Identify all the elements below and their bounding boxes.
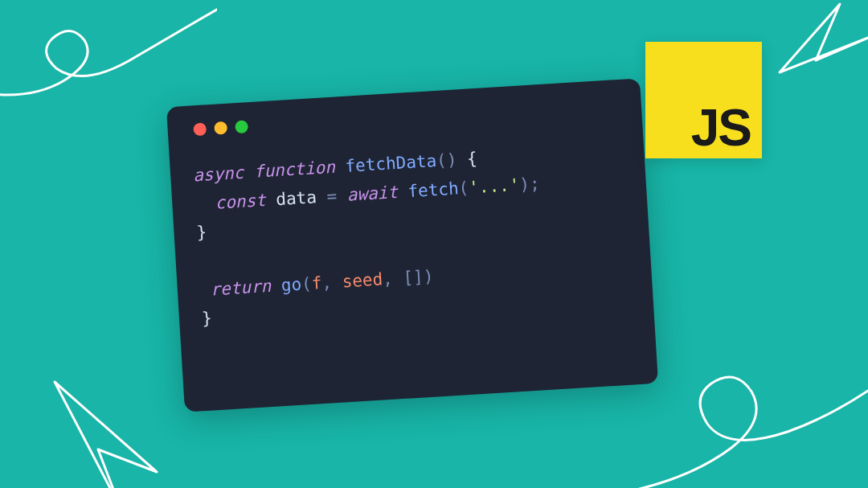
keyword-const: const	[215, 191, 267, 213]
squiggle-decoration-bottom-right	[627, 335, 868, 488]
variable-name: data	[276, 187, 317, 209]
paren-close: )	[446, 150, 457, 170]
code-block: async function fetchData() { const data …	[192, 136, 631, 334]
comma: ,	[382, 269, 393, 289]
brace-close: }	[196, 223, 207, 243]
function-name: fetchData	[345, 151, 437, 176]
function-call-go: go	[280, 274, 302, 294]
keyword-async: async	[192, 163, 244, 186]
brace-close: }	[201, 309, 212, 329]
string-literal: '...'	[468, 174, 520, 197]
keyword-return: return	[210, 277, 272, 300]
keyword-await: await	[346, 182, 399, 205]
semicolon: ;	[529, 174, 540, 194]
code-editor-window: async function fetchData() { const data …	[166, 78, 658, 412]
close-icon	[193, 122, 207, 136]
paren-close: )	[423, 266, 434, 286]
javascript-logo-badge: JS	[645, 42, 762, 158]
indent	[194, 194, 216, 214]
operator-equals: =	[326, 186, 338, 206]
window-traffic-lights	[193, 97, 619, 136]
javascript-logo-text: JS	[691, 105, 751, 152]
arrow-decoration-bottom-left	[24, 359, 201, 488]
comma: ,	[321, 273, 333, 293]
minimize-icon	[214, 121, 227, 135]
maximize-icon	[235, 120, 248, 133]
brace-open: {	[466, 149, 477, 169]
argument: seed	[342, 269, 383, 291]
keyword-function: function	[253, 158, 335, 182]
function-call-fetch: fetch	[407, 178, 460, 201]
